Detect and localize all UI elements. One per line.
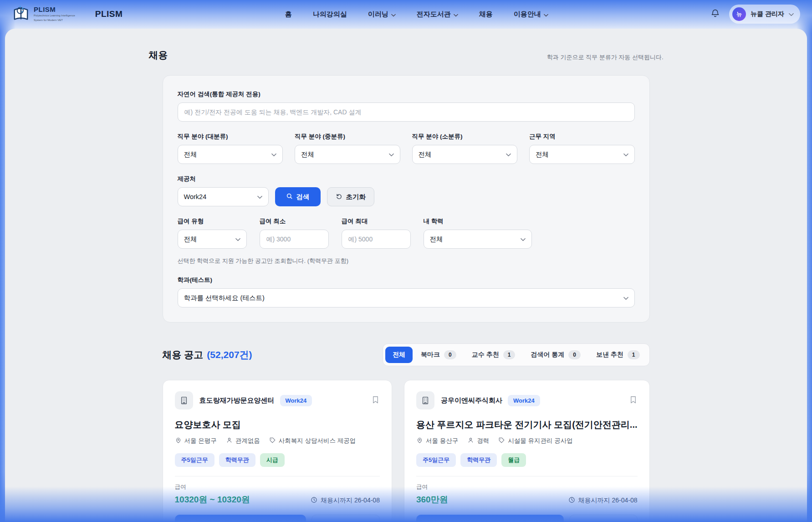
salary-value: 10320원 ~ 10320원 bbox=[175, 494, 250, 506]
nav-item-elearning[interactable]: 이러닝 bbox=[368, 10, 396, 19]
nl-search-input[interactable] bbox=[178, 102, 635, 122]
salary-max-input[interactable] bbox=[342, 230, 411, 249]
apply-button[interactable]: 지원하기 bbox=[416, 515, 564, 522]
user-name: 뉴클 관리자 bbox=[751, 10, 784, 18]
app-title: PLISM bbox=[95, 9, 123, 19]
job-title[interactable]: 용산 푸르지오 파크타운 전기기사 모집(전기안전관리... bbox=[416, 419, 638, 431]
job-card: 효도랑재가방문요양센터 Work24 요양보호사 모집 서울 은평구 관계없음 bbox=[163, 380, 392, 522]
navbar-right: 뉴 뉴클 관리자 bbox=[710, 5, 800, 24]
my-education-label: 내 학력 bbox=[424, 217, 532, 225]
logo-subtitle-line1: Polytechnics Learning Intelligence bbox=[34, 14, 75, 18]
plism-logo-text: PLISM Polytechnics Learning Intelligence… bbox=[34, 6, 75, 22]
user-menu[interactable]: 뉴 뉴클 관리자 bbox=[729, 5, 800, 24]
job-minor-select[interactable]: 전체 bbox=[412, 145, 518, 164]
top-navbar: PLISM Polytechnics Learning Intelligence… bbox=[0, 0, 812, 28]
tab-sent-recommendations-count: 1 bbox=[628, 350, 640, 359]
department-select[interactable]: 학과를 선택하세요 (테스트) bbox=[178, 288, 635, 307]
salary-min-input[interactable] bbox=[260, 230, 329, 249]
job-mid-select[interactable]: 전체 bbox=[295, 145, 400, 164]
location-pin-icon bbox=[416, 437, 423, 445]
clock-icon bbox=[311, 496, 317, 505]
nav-item-classroom[interactable]: 나의강의실 bbox=[313, 10, 347, 19]
tab-all[interactable]: 전체 bbox=[385, 347, 413, 363]
region-label: 근무 지역 bbox=[529, 133, 635, 141]
logo-title: PLISM bbox=[34, 6, 75, 14]
send-recommendation-button[interactable]: 추천 보내기 bbox=[312, 515, 380, 522]
job-tag: 학력무관 bbox=[460, 453, 497, 467]
chevron-down-icon bbox=[544, 10, 548, 18]
tab-sent-recommendations[interactable]: 보낸 추천 1 bbox=[589, 346, 647, 363]
page-title: 채용 bbox=[149, 49, 168, 61]
building-icon bbox=[175, 391, 193, 409]
job-location: 서울 용산구 bbox=[416, 437, 458, 445]
job-experience: 경력 bbox=[467, 437, 489, 445]
job-title[interactable]: 요양보호사 모집 bbox=[175, 419, 380, 431]
job-tag: 월급 bbox=[501, 453, 526, 467]
tag-icon bbox=[269, 437, 276, 445]
job-tag: 학력무관 bbox=[219, 453, 255, 467]
location-pin-icon bbox=[175, 437, 182, 445]
tab-search-stats[interactable]: 검색어 통계 0 bbox=[523, 346, 588, 363]
divider bbox=[175, 476, 380, 476]
tab-professor-recommendations[interactable]: 교수 추천 1 bbox=[465, 346, 523, 363]
notifications-button[interactable] bbox=[710, 9, 720, 20]
department-label: 학과(테스트) bbox=[178, 276, 635, 284]
salary-min-label: 급여 최소 bbox=[260, 217, 329, 225]
main-nav: 홈 나의강의실 이러닝 전자도서관 채용 이용안내 bbox=[285, 10, 548, 19]
chevron-down-icon bbox=[257, 193, 262, 201]
page-note: 학과 기준으로 직무 분류가 자동 선택됩니다. bbox=[547, 53, 664, 61]
search-button[interactable]: 검색 bbox=[275, 187, 321, 206]
bookmark-button[interactable] bbox=[629, 395, 638, 406]
job-minor-label: 직무 분야 (소분류) bbox=[412, 133, 518, 141]
chevron-down-icon bbox=[521, 235, 526, 243]
job-tag: 주5일근무 bbox=[416, 453, 456, 467]
listing-header: 채용 공고 (52,207건) 전체 북마크 0 교수 추천 1 검색어 통계 … bbox=[163, 343, 650, 366]
provider-select[interactable]: Work24 bbox=[178, 187, 269, 206]
provider-row: 제공처 Work24 검색 초기화 bbox=[178, 175, 635, 206]
chevron-down-icon bbox=[623, 150, 628, 159]
bookmark-button[interactable] bbox=[371, 395, 380, 406]
apply-button[interactable]: 지원하기 bbox=[175, 515, 306, 522]
main-content-panel: 채용 학과 기준으로 직무 분류가 자동 선택됩니다. 자연어 검색(통합 제공… bbox=[5, 29, 807, 522]
job-search-filter-card: 자연어 검색(통합 제공처 전용) 직무 분야 (대분류) 전체 직무 분야 (… bbox=[163, 75, 650, 322]
company-name: 공우이엔씨주식회사 bbox=[441, 396, 502, 405]
reset-button[interactable]: 초기화 bbox=[327, 187, 375, 206]
salary-type-label: 급여 유형 bbox=[178, 217, 247, 225]
region-select[interactable]: 전체 bbox=[529, 145, 635, 164]
chevron-down-icon bbox=[789, 10, 794, 18]
salary-type-select[interactable]: 전체 bbox=[178, 230, 247, 249]
person-icon bbox=[226, 437, 233, 445]
salary-value: 360만원 bbox=[416, 494, 448, 506]
job-card: 공우이엔씨주식회사 Work24 용산 푸르지오 파크타운 전기기사 모집(전기… bbox=[404, 380, 650, 522]
chevron-down-icon bbox=[506, 150, 511, 159]
job-tag: 시급 bbox=[260, 453, 285, 467]
tab-professor-recommendations-count: 1 bbox=[503, 350, 516, 359]
job-tag: 주5일근무 bbox=[175, 453, 214, 467]
job-cards-grid: 효도랑재가방문요양센터 Work24 요양보호사 모집 서울 은평구 관계없음 bbox=[163, 380, 650, 522]
my-education-select[interactable]: 전체 bbox=[424, 230, 532, 249]
chevron-down-icon bbox=[623, 294, 628, 302]
job-major-select[interactable]: 전체 bbox=[178, 145, 283, 164]
plism-logo[interactable]: PLISM Polytechnics Learning Intelligence… bbox=[12, 4, 75, 24]
building-icon bbox=[416, 391, 434, 409]
source-badge: Work24 bbox=[508, 395, 540, 406]
send-recommendation-button[interactable]: 추천 보내기 bbox=[569, 515, 638, 522]
provider-label: 제공처 bbox=[178, 175, 269, 183]
chevron-down-icon bbox=[235, 235, 240, 243]
nav-item-jobs[interactable]: 채용 bbox=[479, 10, 493, 19]
tab-bookmarks[interactable]: 북마크 0 bbox=[414, 346, 464, 363]
nav-item-guide[interactable]: 이용안내 bbox=[514, 10, 548, 19]
job-category-row: 직무 분야 (대분류) 전체 직무 분야 (중분류) 전체 직무 분야 (소분류… bbox=[178, 133, 635, 164]
job-mid-label: 직무 분야 (중분류) bbox=[295, 133, 400, 141]
tab-search-stats-count: 0 bbox=[568, 350, 581, 359]
nav-item-library[interactable]: 전자도서관 bbox=[417, 10, 458, 19]
divider bbox=[416, 476, 638, 476]
job-experience: 관계없음 bbox=[226, 437, 260, 445]
nav-item-home[interactable]: 홈 bbox=[285, 10, 292, 19]
plism-logo-icon bbox=[12, 4, 30, 24]
avatar: 뉴 bbox=[732, 7, 746, 21]
job-location: 서울 은평구 bbox=[175, 437, 217, 445]
chevron-down-icon bbox=[271, 150, 276, 159]
clock-icon bbox=[568, 496, 575, 505]
nl-search-label: 자연어 검색(통합 제공처 전용) bbox=[178, 90, 635, 98]
